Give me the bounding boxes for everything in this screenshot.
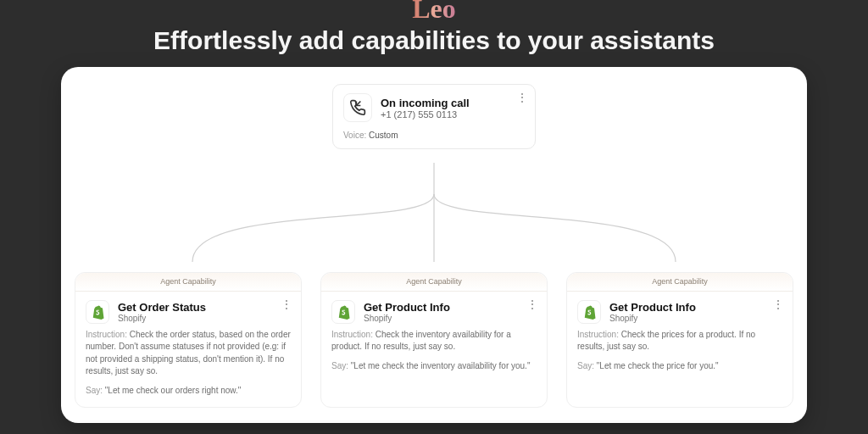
- instruction-label: Instruction:: [86, 330, 127, 339]
- say-label: Say:: [577, 361, 594, 370]
- capability-title: Get Product Info: [364, 301, 450, 314]
- capability-card[interactable]: Agent Capability Get Order Status Shopif…: [75, 272, 302, 409]
- trigger-menu-button[interactable]: ⋮: [516, 93, 528, 102]
- capability-tag: Agent Capability: [567, 273, 793, 292]
- say-text: "Let me check our orders right now.": [105, 386, 242, 395]
- capability-card[interactable]: Agent Capability Get Product Info Shopif…: [320, 272, 548, 409]
- instruction-label: Instruction:: [577, 330, 619, 339]
- shopify-icon: [577, 300, 601, 324]
- capability-menu-button[interactable]: ⋮: [772, 300, 784, 309]
- shopify-icon: [331, 300, 355, 324]
- capability-title: Get Order Status: [118, 301, 206, 314]
- page-title: Effortlessly add capabilities to your as…: [153, 26, 715, 55]
- capability-menu-button[interactable]: ⋮: [526, 300, 538, 309]
- voice-label: Voice:: [343, 131, 366, 140]
- say-label: Say:: [86, 386, 103, 395]
- capability-provider: Shopify: [364, 314, 450, 323]
- capability-menu-button[interactable]: ⋮: [281, 300, 292, 309]
- voice-value: Custom: [369, 131, 398, 140]
- instruction-label: Instruction:: [331, 330, 373, 339]
- capability-provider: Shopify: [118, 314, 206, 323]
- shopify-icon: [86, 300, 109, 324]
- capability-tag: Agent Capability: [321, 273, 547, 292]
- brand-logo: Leo: [412, 0, 456, 25]
- capability-tag: Agent Capability: [75, 273, 301, 292]
- incoming-call-icon: [343, 93, 372, 122]
- capability-card[interactable]: Agent Capability Get Product Info Shopif…: [566, 272, 793, 409]
- capability-provider: Shopify: [609, 314, 696, 323]
- trigger-card[interactable]: On incoming call +1 (217) 555 0113 ⋮ Voi…: [332, 84, 536, 149]
- flow-canvas: On incoming call +1 (217) 555 0113 ⋮ Voi…: [61, 67, 807, 423]
- voice-setting: Voice: Custom: [343, 131, 525, 140]
- say-text: "Let me check the inventory availability…: [351, 361, 531, 370]
- trigger-title: On incoming call: [381, 97, 470, 109]
- capability-title: Get Product Info: [609, 301, 696, 314]
- say-label: Say:: [331, 361, 348, 370]
- say-text: "Let me check the price for you.": [597, 361, 719, 370]
- trigger-phone-number: +1 (217) 555 0113: [381, 109, 470, 120]
